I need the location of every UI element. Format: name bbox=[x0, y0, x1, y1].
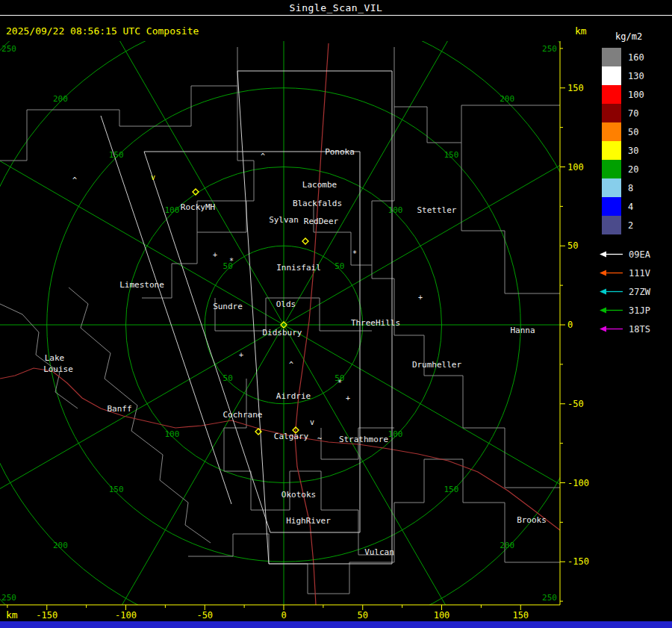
radar-coverage-edge bbox=[101, 116, 231, 504]
radar-site-id: 09EA bbox=[629, 249, 650, 260]
colorbar-value: 160 bbox=[628, 52, 644, 63]
title-bar: Single_Scan_VIL bbox=[0, 0, 672, 16]
county-boundary bbox=[314, 201, 372, 265]
colorbar-entry: 2 bbox=[599, 216, 672, 234]
range-ring-label: 150 bbox=[444, 485, 458, 494]
city-label: RockyMH bbox=[181, 202, 215, 212]
x-axis-label: 0 bbox=[281, 610, 286, 621]
map-point-marker: * bbox=[229, 257, 234, 265]
radar-site-arrow-icon bbox=[599, 287, 624, 296]
city-label: Olds bbox=[276, 299, 296, 309]
radar-site-arrow-icon bbox=[599, 325, 624, 333]
range-ring-label: 250 bbox=[1, 593, 16, 603]
colorbar-value: 30 bbox=[628, 146, 638, 156]
range-ring-label: 100 bbox=[388, 205, 403, 215]
city-label: Lacombe bbox=[302, 180, 337, 190]
x-axis-label: 50 bbox=[358, 610, 368, 621]
range-ring-label: 50 bbox=[223, 373, 233, 383]
colorbar-swatch bbox=[602, 104, 621, 122]
radar-site-id: 27ZW bbox=[629, 287, 650, 297]
range-ring-label: 200 bbox=[500, 94, 514, 104]
map-point-marker: v bbox=[310, 418, 314, 426]
y-axis-label: 100 bbox=[567, 162, 584, 172]
y-axis-unit-label: km bbox=[575, 25, 587, 37]
city-label: Hanna bbox=[510, 326, 535, 335]
colorbar-entry: 20 bbox=[599, 160, 672, 178]
range-spoke bbox=[0, 116, 284, 325]
y-axis-label: 150 bbox=[567, 83, 584, 93]
city-label: Drumheller bbox=[412, 360, 462, 370]
legend-panel: kg/m2 16013010070503020842 09EA111V27ZW3… bbox=[599, 31, 672, 338]
radar-site-entry: 111V bbox=[599, 264, 672, 282]
window-title: Single_Scan_VIL bbox=[290, 2, 383, 13]
range-ring-label: 100 bbox=[165, 205, 180, 215]
county-boundary bbox=[0, 304, 78, 408]
x-axis-label: -150 bbox=[36, 610, 57, 621]
radar-site-entry: 09EA bbox=[599, 245, 672, 264]
city-label: Lake bbox=[45, 353, 65, 363]
city-label: Stettler bbox=[417, 205, 457, 215]
colorbar-entry: 30 bbox=[599, 141, 672, 160]
colorbar-value: 70 bbox=[628, 108, 638, 119]
radar-site-id: 18TS bbox=[629, 324, 650, 335]
colorbar-entries: 16013010070503020842 bbox=[599, 48, 672, 234]
range-spoke bbox=[75, 41, 284, 325]
colorbar-entry: 4 bbox=[599, 197, 672, 216]
city-label: Banff bbox=[107, 404, 131, 414]
colorbar-swatch bbox=[602, 48, 621, 66]
colorbar-entry: 70 bbox=[599, 104, 672, 122]
colorbar-value: 50 bbox=[628, 127, 638, 137]
county-boundary bbox=[69, 287, 211, 543]
city-label: Calgary bbox=[274, 432, 309, 441]
city-label: Vulcan bbox=[364, 547, 394, 557]
city-label: HighRiver bbox=[286, 516, 331, 526]
colorbar-unit-label: kg/m2 bbox=[615, 31, 672, 42]
city-label: RedDeer bbox=[304, 217, 339, 226]
colorbar-value: 2 bbox=[628, 220, 633, 231]
city-label: Louise bbox=[43, 364, 73, 374]
colorbar-entry: 8 bbox=[599, 178, 672, 197]
range-ring-label: 150 bbox=[444, 150, 458, 160]
city-label: ThreeHills bbox=[351, 318, 400, 328]
map-point-marker: + bbox=[213, 251, 217, 259]
city-label: Airdrie bbox=[276, 391, 311, 401]
map-point-marker: * bbox=[352, 249, 357, 258]
radar-site-entry: 27ZW bbox=[599, 282, 672, 301]
city-label: Blackfalds bbox=[293, 199, 342, 208]
range-ring-label: 200 bbox=[53, 94, 68, 104]
radar-site-marker bbox=[302, 238, 308, 244]
map-point-marker: + bbox=[239, 351, 243, 359]
map-point-marker: ^ bbox=[289, 361, 293, 369]
range-ring-label: 250 bbox=[1, 44, 16, 54]
radar-map[interactable]: 5050505010010010010015015015015020020020… bbox=[0, 41, 597, 622]
range-ring-label: 100 bbox=[165, 429, 180, 439]
y-axis-label: 0 bbox=[567, 320, 573, 330]
range-ring-label: 100 bbox=[388, 429, 403, 439]
colorbar-entry: 130 bbox=[599, 66, 672, 85]
radar-site-entry: 31JP bbox=[599, 301, 672, 320]
map-point-marker: ^ bbox=[261, 152, 265, 161]
radar-site-arrow-icon bbox=[599, 250, 624, 258]
radar-site-entry: 18TS bbox=[599, 320, 672, 338]
y-axis-label: -50 bbox=[567, 399, 584, 409]
colorbar-entry: 160 bbox=[599, 48, 672, 66]
radar-sites-list: 09EA111V27ZW31JP18TS bbox=[599, 245, 672, 338]
colorbar-swatch bbox=[602, 216, 621, 234]
city-label: Okotoks bbox=[281, 490, 316, 500]
y-axis-label: -150 bbox=[567, 556, 589, 567]
x-axis-label: -50 bbox=[196, 610, 213, 621]
city-label: Sylvan bbox=[269, 215, 299, 225]
radar-site-id: 111V bbox=[629, 268, 650, 279]
city-label: Strathmore bbox=[339, 435, 388, 444]
range-ring-label: 50 bbox=[335, 261, 344, 271]
map-point-marker: ~ bbox=[317, 435, 322, 443]
city-label: Cochrane bbox=[223, 410, 263, 420]
colorbar-swatch bbox=[602, 141, 621, 160]
range-ring-label: 200 bbox=[500, 541, 514, 550]
colorbar-value: 20 bbox=[628, 164, 638, 175]
colorbar-swatch bbox=[602, 197, 621, 216]
range-ring-label: 250 bbox=[542, 593, 557, 603]
city-label: Didsbury bbox=[263, 328, 302, 338]
city-label: Ponoka bbox=[325, 147, 355, 157]
city-label: Sundre bbox=[213, 302, 243, 311]
